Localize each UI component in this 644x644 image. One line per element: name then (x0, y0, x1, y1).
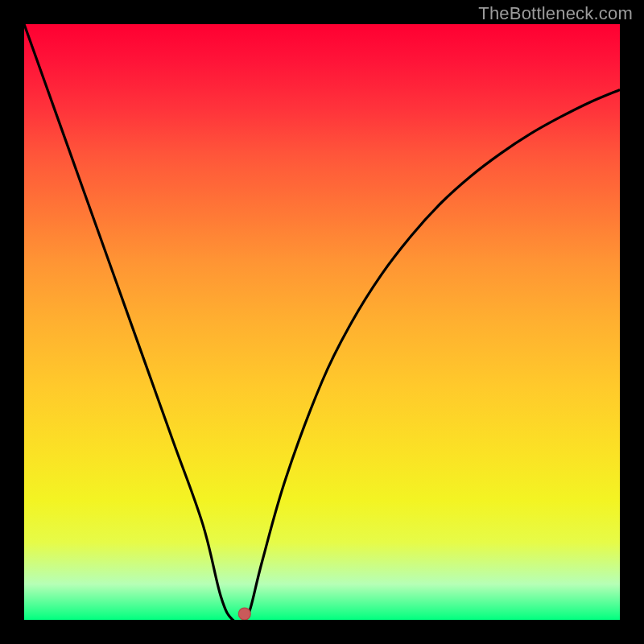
chart-container: TheBottleneck.com (0, 0, 644, 644)
curve-svg (24, 24, 620, 620)
plot-area (24, 24, 620, 620)
optimum-marker (238, 608, 250, 620)
bottleneck-curve (24, 24, 620, 620)
watermark-text: TheBottleneck.com (478, 3, 633, 24)
